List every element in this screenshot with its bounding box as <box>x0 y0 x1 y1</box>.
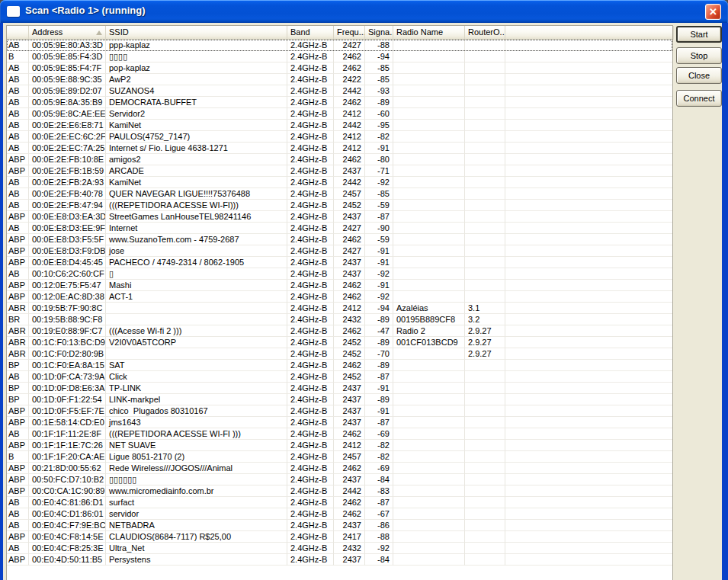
cell: DEMOCRATA-BUFFET <box>106 97 287 108</box>
scan-row[interactable]: AB00:0E:2E:EC:7A:25Internet s/ Fio. Ligu… <box>7 143 672 154</box>
scan-row[interactable]: BP00:1C:F0:EA:8A:15SAT2.4GHz-B2462-89 <box>7 360 672 371</box>
cell <box>393 131 465 143</box>
scan-row[interactable]: AB00:0E:2E:E6:E8:71KamiNet2.4GHz-B2442-9… <box>7 120 672 131</box>
cell <box>505 554 672 566</box>
cell: 2.4GHz-B <box>287 451 334 463</box>
scan-results-list[interactable]: AddressSSIDBandFrequ...Signa...Radio Nam… <box>6 25 673 580</box>
cell: -87 <box>365 497 393 508</box>
scan-row[interactable]: AB00:0E:2E:FB:2A:93KamiNet2.4GHz-B2442-9… <box>7 177 672 188</box>
column-header-band[interactable]: Band <box>287 26 334 40</box>
cell <box>465 200 505 211</box>
scan-row[interactable]: ABP00:1E:58:14:CD:E0jms16432.4GHz-B2437-… <box>7 417 672 428</box>
scan-row[interactable]: ABP00:0E:E8:D3:F9:DBjose2.4GHz-B2427-91 <box>7 245 672 257</box>
column-header-routero[interactable]: RouterO... <box>465 26 505 40</box>
cell: 2.4GHz-B <box>287 74 334 85</box>
cell <box>465 508 505 520</box>
scan-row[interactable]: BR00:19:5B:88:9C:F82.4GHz-B2432-8900195B… <box>7 314 672 325</box>
cell <box>505 440 672 451</box>
connect-button[interactable]: Connect <box>676 90 722 107</box>
scan-row[interactable]: AB00:0E:2E:FB:47:94(((REPETIDORA ACESSE … <box>7 200 672 211</box>
cell: ▯▯▯▯▯▯ <box>106 474 287 485</box>
cell <box>505 348 672 360</box>
scan-row[interactable]: ABP00:50:FC:D7:10:B2▯▯▯▯▯▯2.4GHz-B2437-8… <box>7 474 672 485</box>
column-header-blank[interactable] <box>505 26 674 40</box>
scan-row[interactable]: AB00:05:9E:80:A3:3Dppp-kaplaz2.4GHz-B242… <box>7 40 672 51</box>
scan-row[interactable]: BP00:1D:0F:D8:E6:3ATP-LINK2.4GHz-B2437-9… <box>7 383 672 394</box>
scan-row[interactable]: AB00:E0:4C:81:86:D1surfact2.4GHz-B2462-8… <box>7 497 672 508</box>
scan-row[interactable]: ABP00:E0:4C:F8:14:5ECLAUDIOS(8684-7117) … <box>7 531 672 543</box>
cell <box>393 165 465 177</box>
cell <box>505 360 672 371</box>
scan-row[interactable]: AB00:05:9E:88:9C:35AwP22.4GHz-B2422-85 <box>7 74 672 85</box>
stop-button[interactable]: Stop <box>676 47 722 64</box>
cell: 2.4GHz-B <box>287 428 334 440</box>
column-header-frequ[interactable]: Frequ... <box>334 26 365 40</box>
cell: 00:05:9E:80:A3:3D <box>29 40 106 51</box>
scan-row[interactable]: ABR00:19:E0:88:9F:C7(((Acesse Wi-fi 2 ))… <box>7 325 672 337</box>
scan-row[interactable]: ABP00:0E:2E:FB:10:8Eamigos22.4GHz-B2462-… <box>7 154 672 165</box>
scan-row[interactable]: ABR00:19:5B:7F:90:8C2.4GHz-B2412-94Azalé… <box>7 303 672 314</box>
column-header-blank[interactable] <box>7 26 29 40</box>
scan-row[interactable]: AB00:05:9E:89:D2:07SUZANOS42.4GHz-B2442-… <box>7 85 672 97</box>
scan-row[interactable]: AB00:05:9E:8A:35:B9DEMOCRATA-BUFFET2.4GH… <box>7 97 672 108</box>
cell: Rede Wireless///JOGOS///Animal <box>106 463 287 474</box>
scan-row[interactable]: BP00:1D:0F:F1:22:54LINK-markpel2.4GHz-B2… <box>7 394 672 405</box>
scan-row[interactable]: AB00:0E:2E:FB:40:78QUER NAVEGAR LIGUE!!!… <box>7 188 672 200</box>
scan-row[interactable]: ABP00:E0:4D:50:11:B5Persystens2.4GHz-B24… <box>7 554 672 566</box>
close-icon[interactable]: ✕ <box>705 4 721 20</box>
cell: 00:05:9E:8C:AE:EE <box>29 108 106 120</box>
cell: Radio 2 <box>393 325 465 337</box>
cell: 2.4GHz-B <box>287 474 334 485</box>
scan-row[interactable]: ABP00:0E:E8:D4:45:45PACHECO / 4749-2314 … <box>7 257 672 268</box>
scan-row[interactable]: ABP00:12:0E:75:F5:47Mashi2.4GHz-B2462-91 <box>7 280 672 291</box>
scan-row[interactable]: AB00:1F:1F:11:2E:8F(((REPETIDORA ACESSE … <box>7 428 672 440</box>
scan-row[interactable]: ABP00:0E:2E:FB:1B:59ARCADE2.4GHz-B2437-7… <box>7 165 672 177</box>
cell: 2.4GHz-B <box>287 417 334 428</box>
start-button[interactable]: Start <box>676 26 722 43</box>
cell: 00:0E:2E:EC:7A:25 <box>29 143 106 154</box>
cell <box>505 165 672 177</box>
scan-row[interactable]: AB00:05:9E:85:F4:7Fpop-kaplaz2.4GHz-B246… <box>7 62 672 74</box>
column-header-radioname[interactable]: Radio Name <box>393 26 465 40</box>
column-header-ssid[interactable]: SSID <box>106 26 287 40</box>
cell <box>465 177 505 188</box>
scan-row[interactable]: AB00:10:C6:2C:60:CF▯2.4GHz-B2437-92 <box>7 268 672 280</box>
scan-row[interactable]: ABP00:0E:E8:D3:EA:3DStreetGames LanHouse… <box>7 211 672 223</box>
scan-row[interactable]: ABP00:1F:1F:1E:7C:26NET SUAVE2.4GHz-B241… <box>7 440 672 451</box>
scan-row[interactable]: ABP00:C0:CA:1C:90:89www.micromediainfo.c… <box>7 485 672 497</box>
cell: NET SUAVE <box>106 440 287 451</box>
scan-row[interactable]: ABP00:21:8D:00:55:62Rede Wireless///JOGO… <box>7 463 672 474</box>
scan-row[interactable]: AB00:0E:E8:D3:EE:9FInternet2.4GHz-B2427-… <box>7 223 672 234</box>
cell: 00:0E:2E:FB:47:94 <box>29 200 106 211</box>
cell <box>393 154 465 165</box>
cell <box>465 520 505 531</box>
scan-row[interactable]: AB00:E0:4C:F7:9E:BCNETBADRA2.4GHz-B2437-… <box>7 520 672 531</box>
scan-row[interactable]: ABP00:0E:E8:D3:F5:5Fwww.SuzanoTem.com - … <box>7 234 672 245</box>
cell: -82 <box>365 131 393 143</box>
scan-row[interactable]: ABR00:1C:F0:D2:80:9B2.4GHz-B2452-702.9.2… <box>7 348 672 360</box>
scan-row[interactable]: ABP00:1D:0F:F5:EF:7Echico Plugados 80310… <box>7 405 672 417</box>
cell: 00:E0:4D:50:11:B5 <box>29 554 106 566</box>
scan-row[interactable]: ABP00:12:0E:AC:8D:38ACT-12.4GHz-B2462-92 <box>7 291 672 303</box>
cell: 00:1F:1F:20:CA:AE <box>29 451 106 463</box>
column-header-address[interactable]: Address <box>29 26 106 40</box>
column-header-signa[interactable]: Signa... <box>365 26 393 40</box>
scan-row[interactable]: ABR00:1C:F0:13:BC:D9V2I0V0A5TCORP2.4GHz-… <box>7 337 672 348</box>
scan-row[interactable]: AB00:05:9E:8C:AE:EEServidor22.4GHz-B2412… <box>7 108 672 120</box>
scan-row[interactable]: B00:1F:1F:20:CA:AELigue 8051-2170 (2)2.4… <box>7 451 672 463</box>
cell: 2.4GHz-B <box>287 531 334 543</box>
cell: 2422 <box>334 74 365 85</box>
cell <box>393 451 465 463</box>
cell: 2457 <box>334 451 365 463</box>
close-button[interactable]: Close <box>676 67 722 84</box>
cell: -89 <box>365 314 393 325</box>
column-header-label: SSID <box>109 27 129 37</box>
cell <box>505 257 672 268</box>
scan-row[interactable]: AB00:1D:0F:CA:73:9AClick2.4GHz-B2452-87 <box>7 371 672 383</box>
cell <box>465 474 505 485</box>
scan-row[interactable]: AB00:0E:2E:EC:6C:2FPAULOS(4752_7147)2.4G… <box>7 131 672 143</box>
scan-row[interactable]: B00:05:9E:85:F4:3D▯▯▯▯2.4GHz-B2462-94 <box>7 51 672 62</box>
title-bar[interactable]: Scan <Radio 1> (running) ✕ <box>0 0 728 23</box>
scan-row[interactable]: AB00:E0:4C:F8:25:3EUltra_Net2.4GHz-B2432… <box>7 543 672 554</box>
scan-row[interactable]: AB00:E0:4C:D1:86:01servidor2.4GHz-B2462-… <box>7 508 672 520</box>
